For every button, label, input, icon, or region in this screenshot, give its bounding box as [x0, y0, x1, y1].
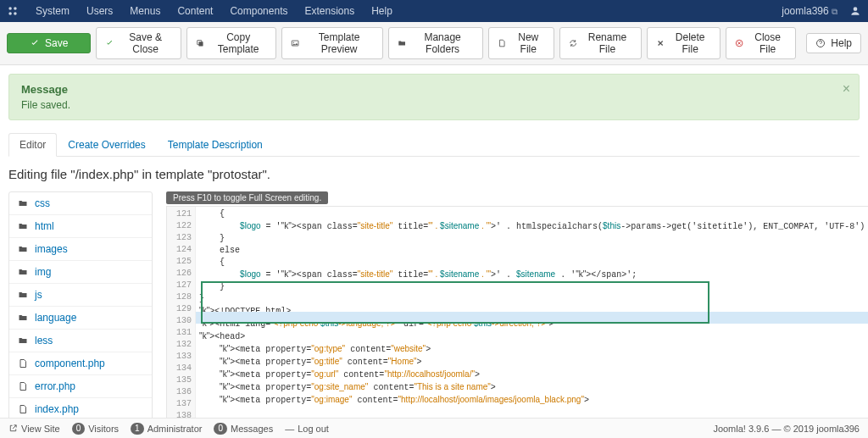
- footer-version: Joomla! 3.9.6 — © 2019 joomla396: [713, 424, 860, 434]
- menu-help[interactable]: Help: [364, 5, 399, 17]
- menu-extensions[interactable]: Extensions: [298, 5, 361, 17]
- tree-item-label: less: [35, 335, 53, 347]
- tree-item-label: html: [35, 220, 54, 232]
- admin-count[interactable]: 1Administrator: [131, 423, 202, 435]
- folder-icon: [18, 221, 28, 231]
- logout-link[interactable]: — Log out: [285, 424, 329, 434]
- refresh-icon: [569, 38, 577, 48]
- folder-icon: [398, 38, 406, 48]
- tree-item-label: img: [35, 266, 51, 278]
- messages-count[interactable]: 0Messages: [214, 423, 273, 435]
- copy-icon: [196, 38, 204, 48]
- menu-components[interactable]: Components: [223, 5, 294, 17]
- x-icon: [656, 38, 665, 48]
- alert-title: Message: [21, 83, 847, 96]
- editor-tabs: Editor Create Overrides Template Descrip…: [8, 132, 860, 157]
- page-title: Editing file "/index.php" in template "p…: [8, 167, 860, 181]
- tree-file[interactable]: error.php: [9, 375, 152, 398]
- file-icon: [18, 358, 28, 369]
- tree-item-label: component.php: [35, 358, 105, 369]
- tree-folder[interactable]: images: [9, 238, 152, 261]
- tree-item-label: js: [35, 289, 42, 301]
- svg-point-8: [293, 42, 294, 43]
- image-icon: [291, 38, 299, 48]
- tree-folder[interactable]: css: [9, 192, 152, 215]
- admin-topbar: System Users Menus Content Components Ex…: [0, 0, 868, 22]
- tree-folder[interactable]: less: [9, 330, 152, 352]
- menu-menus[interactable]: Menus: [123, 5, 167, 17]
- external-icon: ⧉: [832, 7, 837, 16]
- file-icon: [18, 404, 28, 414]
- tree-item-label: language: [35, 312, 76, 324]
- tree-item-label: images: [35, 243, 68, 255]
- tree-folder[interactable]: js: [9, 284, 152, 307]
- site-link[interactable]: joomla396 ⧉: [775, 5, 844, 17]
- copy-template-button[interactable]: Copy Template: [186, 27, 277, 59]
- tab-description[interactable]: Template Description: [157, 133, 274, 157]
- file-tree: csshtmlimagesimgjslanguagelesscomponent.…: [8, 191, 153, 438]
- external-icon: [8, 424, 18, 433]
- manage-folders-button[interactable]: Manage Folders: [388, 27, 484, 59]
- menu-users[interactable]: Users: [80, 5, 120, 17]
- tree-item-label: css: [35, 197, 50, 209]
- folder-icon: [18, 313, 28, 323]
- save-button[interactable]: Save: [7, 33, 91, 53]
- file-icon: [18, 381, 28, 391]
- alert-body: File saved.: [21, 99, 847, 111]
- fullscreen-tip: Press F10 to toggle Full Screen editing.: [166, 191, 328, 204]
- view-site-link[interactable]: View Site: [8, 424, 60, 434]
- status-footer: View Site 0Visitors 1Administrator 0Mess…: [0, 418, 868, 438]
- close-file-button[interactable]: Close File: [726, 27, 797, 59]
- svg-point-4: [854, 7, 858, 11]
- menu-system[interactable]: System: [29, 5, 76, 17]
- tab-editor[interactable]: Editor: [8, 133, 57, 157]
- folder-icon: [18, 335, 28, 346]
- folder-icon: [18, 198, 28, 208]
- tree-item-label: index.php: [35, 403, 79, 415]
- code-editor[interactable]: 121 122 123 124 125 126 127 128 129 130 …: [166, 206, 868, 438]
- check-icon: [105, 38, 114, 48]
- joomla-icon: [7, 5, 19, 17]
- folder-icon: [18, 244, 28, 254]
- template-preview-button[interactable]: Template Preview: [281, 27, 382, 59]
- code-editor-panel: Press F10 to toggle Full Screen editing.…: [166, 191, 868, 438]
- tab-overrides[interactable]: Create Overrides: [57, 133, 156, 157]
- delete-file-button[interactable]: Delete File: [647, 27, 721, 59]
- tree-folder[interactable]: html: [9, 215, 152, 238]
- save-close-button[interactable]: Save & Close: [96, 27, 181, 59]
- tree-item-label: error.php: [35, 380, 75, 392]
- file-icon: [498, 38, 506, 48]
- tree-folder[interactable]: language: [9, 307, 152, 330]
- svg-rect-5: [198, 42, 203, 46]
- tree-file[interactable]: component.php: [9, 352, 152, 375]
- svg-point-2: [8, 12, 12, 15]
- svg-point-3: [14, 12, 17, 15]
- rename-file-button[interactable]: Rename File: [559, 27, 641, 59]
- close-icon[interactable]: ×: [843, 81, 850, 97]
- action-toolbar: Save Save & Close Copy Template Template…: [0, 22, 868, 65]
- visitors-count[interactable]: 0Visitors: [72, 423, 119, 435]
- new-file-button[interactable]: New File: [488, 27, 554, 59]
- menu-content[interactable]: Content: [170, 5, 220, 17]
- success-alert: × Message File saved.: [8, 74, 860, 120]
- help-button[interactable]: Help: [806, 33, 861, 53]
- folder-icon: [18, 267, 28, 277]
- svg-point-1: [14, 7, 17, 10]
- check-icon: [30, 38, 40, 48]
- tree-folder[interactable]: img: [9, 261, 152, 284]
- question-icon: [815, 38, 826, 48]
- user-icon[interactable]: [849, 5, 861, 17]
- active-line-highlight: [196, 312, 868, 324]
- cancel-icon: [735, 38, 743, 48]
- line-gutter: 121 122 123 124 125 126 127 128 129 130 …: [167, 207, 196, 438]
- folder-icon: [18, 290, 28, 300]
- svg-point-0: [8, 7, 12, 10]
